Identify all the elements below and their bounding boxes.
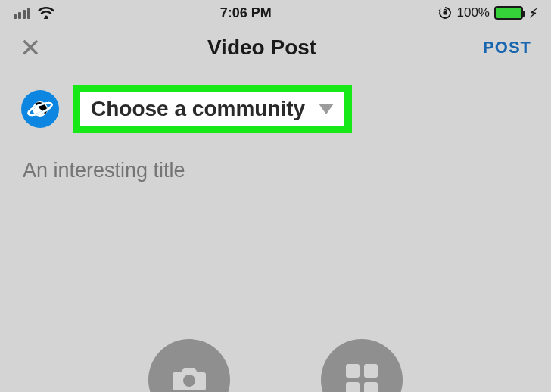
nav-bar: ✕ Video Post POST <box>0 24 551 71</box>
camera-button[interactable] <box>148 339 230 392</box>
chevron-down-icon <box>319 104 334 114</box>
status-bar: 7:06 PM 100% ⚡︎ <box>0 0 551 24</box>
community-selector-row: Choose a community <box>0 85 551 133</box>
battery-icon <box>494 6 523 20</box>
attachment-actions <box>0 339 551 392</box>
camera-icon <box>170 363 208 392</box>
title-input[interactable] <box>23 159 528 182</box>
page-title: Video Post <box>207 36 316 60</box>
svg-point-0 <box>45 16 48 19</box>
gallery-button[interactable] <box>321 339 403 392</box>
battery-percentage: 100% <box>457 5 490 20</box>
orientation-lock-icon <box>437 5 453 20</box>
charging-icon: ⚡︎ <box>529 6 537 20</box>
close-button[interactable]: ✕ <box>20 35 41 61</box>
wifi-icon <box>38 7 54 19</box>
status-time: 7:06 PM <box>220 5 272 21</box>
svg-point-8 <box>183 375 195 387</box>
planet-icon <box>21 90 59 128</box>
post-button[interactable]: POST <box>483 38 531 58</box>
cell-signal-icon <box>14 8 30 19</box>
community-selector-label: Choose a community <box>91 97 305 121</box>
grid-icon <box>346 364 378 392</box>
community-selector[interactable]: Choose a community <box>73 85 352 133</box>
svg-rect-1 <box>443 11 447 15</box>
